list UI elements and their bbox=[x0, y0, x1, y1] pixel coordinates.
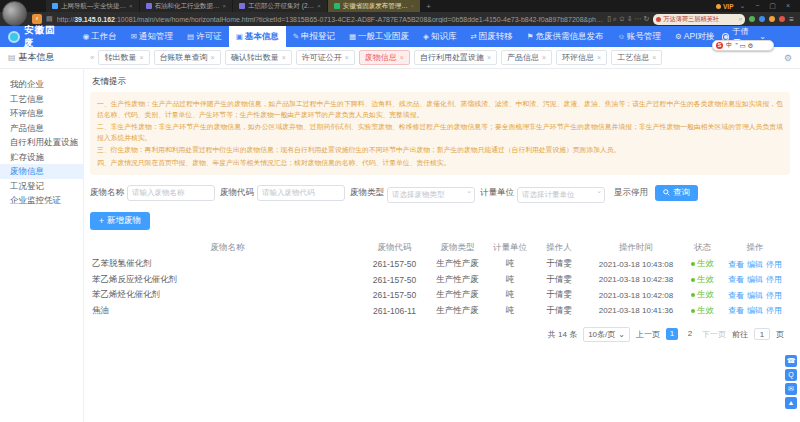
nav-label: 危废供需信息发布 bbox=[535, 31, 603, 43]
ime-mode[interactable]: 中 bbox=[726, 41, 733, 50]
ime-toolbar[interactable]: S 中 ” ▭ ⚙ bbox=[712, 40, 774, 51]
edit-link[interactable]: 编辑 bbox=[747, 291, 763, 300]
sidebar-item-waste-info-active[interactable]: 废物信息 bbox=[0, 164, 83, 179]
disable-link[interactable]: 停用 bbox=[766, 275, 782, 284]
sidebar-item-storage-facility[interactable]: 贮存设施 bbox=[0, 150, 83, 165]
page-size-select[interactable]: 10条/页⌄ bbox=[583, 327, 630, 342]
cell-actions: 查看编辑停用 bbox=[720, 305, 790, 316]
ime-logo-icon[interactable]: S bbox=[716, 42, 723, 49]
tab-self-disposal[interactable]: 自行利用处置设施× bbox=[414, 50, 497, 65]
nav-item-knowledge[interactable]: ◈知识库 bbox=[416, 26, 463, 47]
unit-select[interactable] bbox=[517, 187, 605, 203]
nav-item-industrial-waste[interactable]: ▦一般工业固废 bbox=[342, 26, 416, 47]
tab-transfer-qty[interactable]: 转出数量× bbox=[98, 50, 149, 65]
license-icon: ▤ bbox=[187, 32, 194, 41]
disable-link[interactable]: 停用 bbox=[766, 291, 782, 300]
close-icon[interactable]: × bbox=[129, 3, 133, 9]
prev-page-button[interactable]: 上一页 bbox=[636, 329, 660, 340]
back-to-top-button[interactable]: ▲ bbox=[785, 397, 797, 409]
show-disabled-toggle[interactable]: 显示停用 bbox=[614, 187, 648, 199]
cell-waste-type: 生产性产废 bbox=[426, 289, 489, 301]
nav-item-workbench[interactable]: ◉工作台 bbox=[76, 26, 124, 47]
close-icon[interactable]: × bbox=[223, 3, 227, 9]
tab-ledger-query[interactable]: 台账联单查询× bbox=[154, 50, 221, 65]
qq-service-button[interactable]: Q bbox=[785, 369, 797, 381]
back-button[interactable]: ‹ bbox=[32, 14, 42, 24]
sidebar-item-my-company[interactable]: 我的企业 bbox=[0, 77, 83, 92]
nav-item-account[interactable]: ☺账号管理 bbox=[610, 26, 668, 47]
tab-eia-info[interactable]: 环评信息× bbox=[556, 50, 607, 65]
close-icon[interactable]: × bbox=[282, 54, 286, 61]
close-icon[interactable]: × bbox=[317, 3, 321, 9]
browser-toolbar-icons[interactable]: ▯ ⌕ ✩ ⇩ ⋯ ↻ bbox=[607, 15, 649, 23]
nav-item-basic-info-active[interactable]: ▣基本信息 bbox=[229, 26, 286, 47]
search-button[interactable]: 查询 bbox=[655, 185, 698, 201]
tab-confirm-transfer[interactable]: 确认转出数量× bbox=[225, 50, 292, 65]
nav-item-transfer[interactable]: ⇄固废转移 bbox=[463, 26, 519, 47]
disable-link[interactable]: 停用 bbox=[766, 260, 782, 269]
tab-settings-gear-icon[interactable]: ⚙ bbox=[784, 53, 794, 63]
sidebar-item-monitor-cert[interactable]: 企业监控凭证 bbox=[0, 193, 83, 208]
tab-waste-info-active[interactable]: 废物信息× bbox=[359, 50, 410, 65]
sidebar-item-process-info[interactable]: 工艺信息 bbox=[0, 92, 83, 107]
edit-link[interactable]: 编辑 bbox=[747, 275, 763, 284]
filter-waste-name: 废物名称 bbox=[90, 185, 215, 201]
close-icon[interactable]: × bbox=[345, 54, 349, 61]
sidebar-item-self-disposal[interactable]: 自行利用处置设施 bbox=[0, 135, 83, 150]
close-icon[interactable]: × bbox=[542, 54, 546, 61]
nav-item-notice[interactable]: ✉通知管理 bbox=[124, 26, 180, 47]
tab-license-public[interactable]: 许可证公开× bbox=[296, 50, 355, 65]
browser-search-box[interactable]: 万达薄荷三届精英社 ⌕ bbox=[653, 14, 745, 25]
tab-product-info[interactable]: 产品信息× bbox=[501, 50, 552, 65]
edit-link[interactable]: 编辑 bbox=[747, 260, 763, 269]
cell-operator: 于倩雯 bbox=[531, 274, 587, 286]
scroll-left-icon[interactable]: « bbox=[90, 53, 94, 62]
page-1-button[interactable]: 1 bbox=[666, 328, 678, 340]
close-icon[interactable]: × bbox=[400, 54, 404, 61]
waste-name-input[interactable] bbox=[127, 185, 215, 201]
nav-item-license[interactable]: ▤许可证 bbox=[180, 26, 229, 47]
new-tab-button[interactable]: + bbox=[426, 2, 431, 11]
tab-label: 许可证公开 bbox=[302, 52, 342, 63]
goto-page-input[interactable] bbox=[754, 328, 770, 340]
view-link[interactable]: 查看 bbox=[728, 306, 744, 315]
menu-icon[interactable]: ≡ bbox=[789, 15, 794, 24]
extension-icon-blue[interactable] bbox=[759, 16, 765, 22]
ime-icons[interactable]: ” ▭ ⚙ bbox=[736, 42, 754, 50]
close-icon[interactable]: × bbox=[652, 54, 656, 61]
disable-link[interactable]: 停用 bbox=[766, 306, 782, 315]
extension-icon-green[interactable] bbox=[749, 16, 755, 22]
waste-type-select[interactable] bbox=[387, 187, 475, 203]
add-waste-button[interactable]: + 新增废物 bbox=[90, 212, 150, 230]
browser-tab-4-active[interactable]: 安徽省固废发布管理… × bbox=[328, 0, 422, 12]
extension-icon-orange[interactable] bbox=[769, 16, 775, 22]
close-icon[interactable]: × bbox=[211, 54, 215, 61]
next-page-button[interactable]: 下一页 bbox=[702, 329, 726, 340]
sidebar-item-product-info[interactable]: 产品信息 bbox=[0, 121, 83, 136]
view-link[interactable]: 查看 bbox=[728, 275, 744, 284]
tab-process-info[interactable]: 工艺信息× bbox=[611, 50, 662, 65]
close-icon[interactable]: × bbox=[487, 54, 491, 61]
window-controls[interactable]: ⌄ − ▢ × bbox=[740, 2, 795, 10]
sidebar-item-condition-register[interactable]: 工况登记 bbox=[0, 179, 83, 194]
close-icon[interactable]: × bbox=[597, 54, 601, 61]
waste-code-input[interactable] bbox=[257, 185, 345, 201]
browser-tab-2[interactable]: 石油和化工行业数据… × bbox=[140, 0, 234, 12]
close-icon[interactable]: × bbox=[139, 54, 143, 61]
url-input[interactable]: http://39.145.0.162:10081/main/view/home… bbox=[57, 16, 604, 23]
browser-tab-3[interactable]: 工信部公开征集对 (2… × bbox=[233, 0, 328, 12]
browser-tab-1[interactable]: 上网导航—安全快捷… × bbox=[46, 0, 140, 12]
nav-item-declare[interactable]: ✎申报登记 bbox=[286, 26, 342, 47]
view-link[interactable]: 查看 bbox=[728, 260, 744, 269]
close-icon[interactable]: × bbox=[411, 3, 415, 9]
status-badge: 生效 bbox=[691, 258, 714, 270]
search-icon[interactable]: ⌕ bbox=[739, 15, 743, 23]
page-2-button[interactable]: 2 bbox=[684, 328, 696, 340]
nav-item-supply-demand[interactable]: ⚑危废供需信息发布 bbox=[520, 26, 611, 47]
edit-link[interactable]: 编辑 bbox=[747, 306, 763, 315]
message-button[interactable]: ✉ bbox=[785, 383, 797, 395]
extension-icon-red[interactable] bbox=[779, 16, 785, 22]
view-link[interactable]: 查看 bbox=[728, 291, 744, 300]
phone-service-button[interactable]: ☎ bbox=[785, 355, 797, 367]
sidebar-item-eia-info[interactable]: 环评信息 bbox=[0, 106, 83, 121]
